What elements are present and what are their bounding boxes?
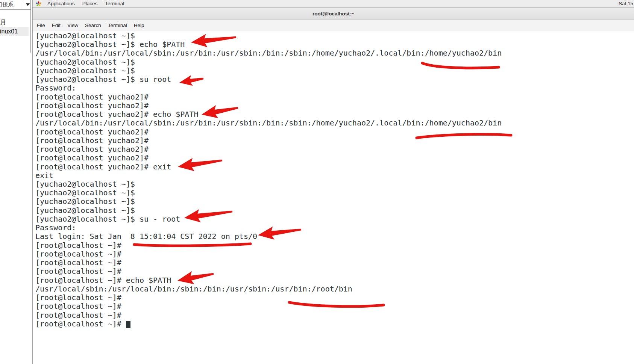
terminal-window: root@localhost:~ File Edit View Search T…: [33, 8, 634, 364]
terminal-line: [yuchao2@localhost ~]$: [35, 66, 634, 75]
terminal-line: [yuchao2@localhost ~]$: [35, 206, 634, 215]
terminal-line: [root@localhost yuchao2]# echo $PATH: [35, 110, 634, 119]
session-folder-partial-label: 月: [0, 18, 29, 27]
terminal-cursor: [126, 321, 130, 328]
terminal-line: [yuchao2@localhost ~]$: [35, 58, 634, 66]
terminal-line: [root@localhost yuchao2]#: [35, 128, 634, 136]
terminal-screen[interactable]: [yuchao2@localhost ~]$[yuchao2@localhost…: [33, 31, 634, 364]
terminal-line: [root@localhost yuchao2]# exit: [35, 163, 634, 171]
screen: 门接系 月 inux01 Applications Places Termina: [0, 0, 634, 364]
panel-menu-terminal[interactable]: Terminal: [101, 0, 128, 8]
panel-right-border: [30, 9, 31, 53]
panel-menu-places[interactable]: Places: [79, 0, 102, 8]
terminal-line: [root@localhost ~]#: [35, 267, 634, 276]
terminal-line: [root@localhost yuchao2]#: [35, 154, 634, 162]
terminal-line: [yuchao2@localhost ~]$ echo $PATH: [35, 40, 634, 49]
session-manager-panel: 门接系 月 inux01: [0, 0, 32, 364]
terminal-line: Password:: [35, 84, 634, 92]
terminal-line: [root@localhost ~]#: [35, 311, 634, 320]
session-filter-label: 门接系: [0, 1, 14, 8]
terminal-line: [root@localhost ~]# echo $PATH: [35, 276, 634, 285]
menu-edit[interactable]: Edit: [49, 20, 64, 31]
window-titlebar[interactable]: root@localhost:~: [33, 8, 634, 20]
menu-terminal[interactable]: Terminal: [105, 20, 130, 31]
combobox-divider: [24, 0, 24, 9]
applications-menu-icon[interactable]: [36, 1, 41, 7]
gnome-top-panel: Applications Places Terminal Sat 15: [33, 0, 634, 8]
terminal-line: [root@localhost ~]#: [35, 320, 634, 328]
terminal-line: [root@localhost ~]#: [35, 302, 634, 311]
remote-desktop: Applications Places Terminal Sat 15 root…: [32, 0, 634, 364]
terminal-line: [root@localhost ~]#: [35, 293, 634, 302]
terminal-line: [root@localhost yuchao2]#: [35, 145, 634, 154]
session-item-linux01[interactable]: inux01: [0, 27, 29, 36]
terminal-line: /usr/local/bin:/usr/local/sbin:/usr/bin:…: [35, 49, 634, 57]
terminal-line: [root@localhost yuchao2]#: [35, 93, 634, 101]
terminal-line: exit: [35, 171, 634, 180]
menu-file[interactable]: File: [33, 20, 49, 31]
terminal-line: [root@localhost ~]#: [35, 241, 634, 250]
terminal-line: [root@localhost ~]#: [35, 258, 634, 267]
terminal-line: Password:: [35, 224, 634, 232]
terminal-line: Last login: Sat Jan 8 15:01:04 CST 2022 …: [35, 232, 634, 241]
terminal-line: [root@localhost yuchao2]#: [35, 101, 634, 110]
terminal-line: /usr/local/sbin:/usr/local/bin:/sbin:/bi…: [35, 285, 634, 293]
menu-help[interactable]: Help: [130, 20, 148, 31]
panel-clock[interactable]: Sat 15: [619, 0, 633, 8]
terminal-line: [yuchao2@localhost ~]$: [35, 32, 634, 40]
terminal-line: [yuchao2@localhost ~]$: [35, 197, 634, 206]
terminal-line: [yuchao2@localhost ~]$: [35, 180, 634, 189]
terminal-line: [root@localhost ~]#: [35, 250, 634, 258]
terminal-line: [yuchao2@localhost ~]$: [35, 189, 634, 197]
chevron-down-icon[interactable]: [26, 3, 30, 6]
terminal-line: [yuchao2@localhost ~]$ su root: [35, 75, 634, 84]
terminal-line: [root@localhost yuchao2]#: [35, 136, 634, 145]
terminal-line: [yuchao2@localhost ~]$ su - root: [35, 215, 634, 224]
terminal-line: /usr/local/bin:/usr/local/sbin:/usr/bin:…: [35, 119, 634, 127]
menu-search[interactable]: Search: [82, 20, 105, 31]
panel-menu-applications[interactable]: Applications: [44, 0, 79, 8]
terminal-menubar: File Edit View Search Terminal Help: [33, 20, 634, 32]
menu-view[interactable]: View: [64, 20, 82, 31]
